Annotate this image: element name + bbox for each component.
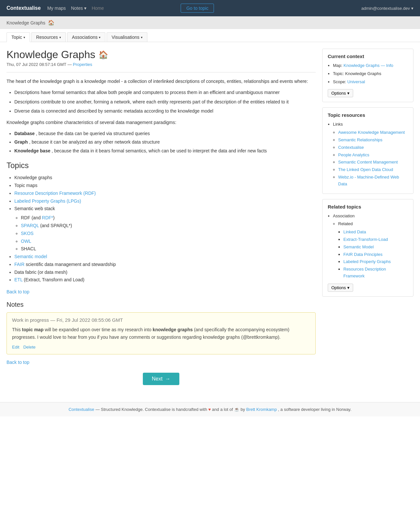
paradigms-list: Database , because the data can be queri… [14, 130, 316, 154]
back-to-top-2[interactable]: Back to top [7, 360, 316, 365]
topic-rdf: Resource Description Framework (RDF) [14, 190, 316, 197]
related-lpg[interactable]: Labeled Property Graphs [343, 259, 391, 264]
resource-people-analytics[interactable]: People Analytics [338, 152, 369, 157]
related-topics-options-label: Options [331, 285, 346, 290]
related-etl[interactable]: Extract-Transform-Load [343, 237, 388, 242]
related-label: Related [338, 221, 353, 226]
topic-rdf-link[interactable]: Resource Description Framework (RDF) [14, 191, 96, 196]
footer-heart: ♥ [208, 407, 211, 412]
current-context-options-caret: ▾ [347, 91, 350, 96]
navbar-links: My maps Notes ▾ Home [47, 6, 104, 11]
sparql-link[interactable]: SPARQL [21, 223, 39, 228]
footer: Contextualise — Structured Knowledge. Co… [0, 402, 420, 416]
page-title-text: Knowledge Graphs [7, 49, 95, 61]
breadcrumb-text: Knowledge Graphs [7, 20, 45, 25]
tab-visualisations-caret: ▾ [141, 36, 142, 39]
resource-link-1: Semantic Relationships [338, 137, 408, 144]
links-label: Links [333, 122, 343, 127]
related-item-0: Linked Data [343, 229, 408, 236]
footer-text2: and a lot of ☕ by [212, 407, 246, 412]
properties-link[interactable]: Properties [73, 62, 92, 67]
skos-link[interactable]: SKOS [21, 231, 34, 236]
resource-webzio[interactable]: Webz.io - Machine-Defined Web Data [338, 175, 399, 186]
topic-topic-maps: Topic maps [14, 182, 316, 190]
fair-link[interactable]: FAIR [14, 262, 24, 267]
related-linked-data[interactable]: Linked Data [343, 229, 366, 234]
topic-lpg-link[interactable]: Labeled Property Graphs (LPGs) [14, 198, 81, 204]
context-scope-label: Scope: [333, 79, 346, 84]
resource-link-3: People Analytics [338, 152, 408, 159]
page-title-home-icon: 🏠 [98, 50, 108, 59]
related-semantic-model[interactable]: Semantic Model [343, 244, 374, 249]
intro-text: The heart of the knowledge graph is a kn… [7, 78, 316, 85]
tab-associations-caret: ▾ [99, 36, 100, 39]
next-button-arrow: → [165, 376, 170, 382]
related-topics-options-button[interactable]: Options ▾ [328, 284, 353, 292]
related-sub: Related Linked Data Extract-Transform-Lo… [338, 221, 408, 279]
topic-sparql: SPARQL (and SPARQL*) [21, 222, 316, 230]
context-topic-value: Knowledge Graphs [345, 71, 382, 76]
intro-bullet-2: Descriptions contribute to one another, … [14, 98, 316, 105]
rdf-star-link[interactable]: RDF* [42, 215, 53, 220]
navbar-notes[interactable]: Notes ▾ [71, 6, 86, 11]
next-button[interactable]: Next → [143, 373, 180, 385]
footer-text1: — Structured Knowledge. Contextualise is… [96, 407, 208, 412]
navbar-center: Go to topic [181, 4, 214, 13]
back-to-top-1[interactable]: Back to top [7, 289, 316, 294]
resource-semantic-rel[interactable]: Semantic Relationships [338, 137, 382, 142]
sidebar: Current context Map: Knowledge Graphs — … [322, 49, 413, 396]
topic-resources-list: Links Awesome Knowledge Management Seman… [333, 121, 408, 187]
navbar-brand[interactable]: Contextualise [7, 5, 41, 11]
context-map-label: Map: [333, 63, 342, 68]
page-title: Knowledge Graphs 🏠 [7, 49, 316, 61]
current-context-options-button[interactable]: Options ▾ [328, 89, 353, 97]
tab-topic[interactable]: Topic ▾ [7, 32, 30, 42]
context-scope: Scope: Universal [333, 79, 408, 86]
navbar-home[interactable]: Home [92, 6, 104, 11]
tab-resources-label: Resources [36, 35, 58, 40]
tab-resources[interactable]: Resources ▾ [31, 32, 66, 42]
related-topics-options-caret: ▾ [347, 285, 350, 290]
association-label: Association [333, 213, 354, 218]
related-item-1: Extract-Transform-Load [343, 236, 408, 243]
resource-link-2: Contextualise [338, 144, 408, 151]
context-map-link[interactable]: Knowledge Graphs — Info [344, 63, 393, 68]
note-delete-link[interactable]: Delete [23, 345, 36, 350]
current-context-options-label: Options [331, 91, 346, 96]
note-edit-link[interactable]: Edit [12, 345, 19, 350]
tab-visualisations[interactable]: Visualisations ▾ [107, 32, 147, 42]
context-topic-label: Topic: [333, 71, 344, 76]
tab-associations[interactable]: Associations ▾ [67, 32, 106, 42]
footer-brand[interactable]: Contextualise [68, 407, 94, 412]
topics-list: Knowledge graphs Topic maps Resource Des… [14, 174, 316, 284]
paradigm-kb-bold: Knowledge base [14, 148, 50, 153]
topic-semantic-web-stack: Semantic web stack RDF (and RDF*) SPARQL… [14, 205, 316, 253]
tabs-bar: Topic ▾ Resources ▾ Associations ▾ Visua… [0, 29, 420, 42]
related-item-5: Resources Description Framework [343, 266, 408, 280]
etl-link[interactable]: ETL [14, 277, 22, 282]
semantic-model-link[interactable]: Semantic model [14, 254, 47, 259]
related-topics-list: Association Related Linked Data Extract-… [333, 213, 408, 280]
goto-topic-button[interactable]: Go to topic [181, 4, 214, 13]
resource-semantic-cm[interactable]: Semantic Content Management [338, 160, 398, 164]
owl-link[interactable]: OWL [21, 239, 31, 244]
context-scope-link[interactable]: Universal [347, 79, 365, 84]
resource-awesome-km[interactable]: Awesome Knowledge Management [338, 130, 405, 135]
resource-link-0: Awesome Knowledge Management [338, 129, 408, 136]
navbar-my-maps[interactable]: My maps [47, 6, 66, 11]
related-association: Association Related Linked Data Extract-… [333, 213, 408, 280]
related-rdf[interactable]: Resources Description Framework [343, 267, 386, 278]
tab-visualisations-label: Visualisations [112, 35, 139, 40]
related-item-2: Semantic Model [343, 244, 408, 251]
footer-author[interactable]: Brett Kromkamp [246, 407, 277, 412]
content-area: Knowledge Graphs 🏠 Thu, 07 Jul 2022 08:5… [7, 49, 316, 396]
paradigms-intro: Knowledge graphs combine characteristics… [7, 119, 316, 126]
paradigm-graph-bold: Graph [14, 139, 28, 145]
navbar-user: admin@contextualise.dev ▾ [361, 6, 413, 11]
related-fair[interactable]: FAIR Data Principles [343, 252, 382, 257]
notes-title: Notes [7, 301, 316, 308]
resource-linked-open-data[interactable]: The Linked Open Data Cloud [338, 167, 393, 172]
resource-contextualise[interactable]: Contextualise [338, 145, 364, 150]
next-section: Next → [7, 365, 316, 396]
related-item-4: Labeled Property Graphs [343, 258, 408, 265]
